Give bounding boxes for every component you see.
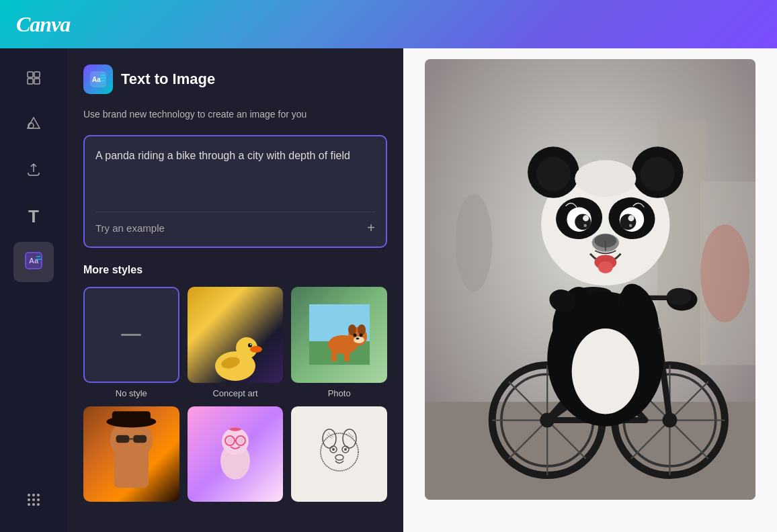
svg-point-29 [250,344,251,345]
svg-rect-47 [116,435,130,442]
svg-point-54 [227,438,233,443]
svg-rect-2 [28,79,33,84]
svg-point-122 [620,214,637,230]
image-panel [403,48,777,532]
svg-rect-48 [133,435,147,442]
svg-point-17 [28,503,30,506]
panda-image-container [403,48,777,532]
svg-point-12 [32,494,35,496]
panel-description: Use brand new technology to create an im… [83,107,387,122]
svg-point-28 [248,343,252,347]
svg-point-59 [343,429,356,448]
svg-point-124 [628,215,634,221]
generated-image [425,59,755,500]
styles-grid: No style [83,287,387,507]
try-example-row: Try an example + [95,212,375,236]
svg-point-121 [575,214,591,230]
sidebar-item-elements[interactable] [13,105,54,145]
style-6[interactable] [291,406,387,508]
sidebar-item-apps[interactable] [13,481,54,521]
svg-point-116 [641,157,675,191]
svg-point-37 [354,337,364,343]
svg-point-40 [356,338,359,340]
sidebar-item-uploads[interactable] [13,150,54,191]
sidebar-item-text[interactable]: T [13,196,54,236]
svg-point-57 [321,433,358,471]
svg-point-14 [28,498,30,501]
no-style-thumb [83,287,179,383]
prompt-textarea[interactable] [95,147,375,201]
panel-header: Aa Text to Image [83,64,387,94]
layout-icon [26,70,42,89]
svg-rect-46 [112,411,151,425]
svg-point-38 [353,334,356,337]
photo-label: Photo [328,388,351,398]
svg-point-131 [598,261,613,273]
style-concept-art[interactable]: Concept art [188,287,284,398]
svg-point-63 [344,448,347,451]
panel-icon: Aa [83,64,113,94]
svg-point-19 [37,503,40,506]
svg-point-13 [37,494,40,496]
text-to-image-icon: Aa [24,251,43,273]
style-5[interactable] [188,406,284,508]
svg-point-55 [238,438,243,443]
more-styles-label: More styles [83,264,387,276]
try-example-label[interactable]: Try an example [95,222,165,234]
svg-point-104 [572,328,639,414]
svg-point-62 [332,448,335,451]
svg-point-115 [536,157,571,191]
svg-rect-41 [331,351,337,361]
svg-rect-1 [34,72,40,77]
photo-thumb [291,287,387,383]
svg-rect-44 [114,449,149,488]
svg-point-64 [335,455,343,460]
svg-point-11 [28,494,30,496]
upload-icon [26,161,42,180]
svg-line-68 [348,433,354,437]
svg-rect-3 [34,79,40,84]
style-4[interactable] [83,406,179,508]
concept-art-thumb [188,287,284,383]
svg-point-15 [32,498,35,501]
style-4-thumb [83,406,179,502]
svg-point-111 [667,288,691,306]
style-5-thumb [188,406,284,502]
canva-logo: Canva [16,12,70,37]
text-icon: T [28,208,39,225]
svg-point-16 [37,498,40,501]
main-panel: Aa Text to Image Use brand new technolog… [67,48,403,532]
concept-art-image [188,287,284,383]
sidebar: T Aa [0,48,67,532]
sidebar-item-layout[interactable] [13,59,54,99]
svg-rect-0 [28,72,33,77]
try-example-plus-button[interactable]: + [367,220,375,236]
svg-point-58 [323,429,336,448]
svg-point-74 [456,193,493,292]
svg-point-123 [583,215,589,221]
no-style-label: No style [116,388,147,398]
panel-title: Text to Image [121,71,215,88]
apps-icon [26,492,42,511]
svg-point-73 [700,224,749,322]
concept-art-label: Concept art [212,388,257,398]
elements-icon [26,116,42,134]
svg-rect-42 [344,351,350,361]
style-photo[interactable]: Photo [291,287,387,398]
svg-point-39 [359,334,362,337]
photo-image [291,287,387,383]
svg-point-27 [250,346,262,353]
svg-point-36 [358,324,366,335]
svg-text:Aa: Aa [92,76,101,83]
svg-point-18 [32,503,35,506]
style-no-style[interactable]: No style [83,287,179,398]
svg-text:Aa: Aa [29,257,39,265]
prompt-input-container: Try an example + [83,135,387,248]
no-style-dash [121,334,141,336]
svg-point-125 [583,224,587,228]
svg-point-132 [575,160,636,197]
style-6-thumb [291,406,387,502]
sidebar-item-text-to-image[interactable]: Aa [13,242,54,282]
svg-point-126 [629,224,632,228]
header: Canva [0,0,777,48]
